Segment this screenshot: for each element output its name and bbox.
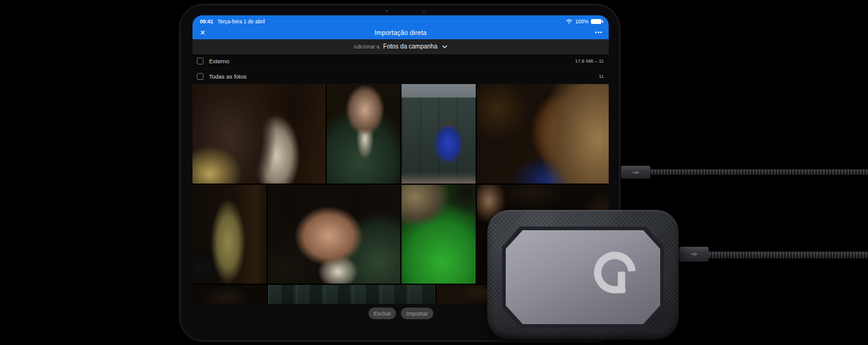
close-icon[interactable]: ✕ bbox=[200, 29, 205, 37]
photo-thumbnail[interactable] bbox=[192, 84, 326, 184]
album-selector[interactable]: Fotos da campanha bbox=[383, 43, 437, 50]
status-bar: 09:41 Terça-feira 1 de abril 100% bbox=[192, 15, 609, 26]
photo-thumbnail[interactable] bbox=[268, 185, 400, 284]
photo-thumbnail[interactable] bbox=[477, 84, 609, 184]
front-camera-icon bbox=[386, 10, 388, 12]
source-label: Todas as fotos bbox=[209, 73, 599, 80]
source-detail: 17,6 MB – 11 bbox=[575, 58, 604, 64]
status-date: Terça-feira 1 de abril bbox=[218, 18, 265, 25]
battery-icon bbox=[591, 19, 601, 24]
battery-percent: 100% bbox=[575, 18, 588, 25]
source-label: Externo bbox=[209, 58, 575, 64]
top-blue-block: 09:41 Terça-feira 1 de abril 100% bbox=[192, 15, 609, 39]
status-right: 100% bbox=[566, 18, 601, 25]
usb-icon bbox=[632, 170, 639, 175]
usb-icon bbox=[690, 252, 698, 257]
photo-thumbnail[interactable] bbox=[268, 285, 435, 304]
cable bbox=[649, 169, 868, 175]
delete-button[interactable]: Excluir bbox=[368, 308, 396, 319]
chevron-down-icon[interactable] bbox=[442, 45, 447, 48]
source-detail: 11 bbox=[599, 74, 604, 79]
photo-thumbnail[interactable] bbox=[192, 185, 267, 284]
app-header: ✕ Importação direta ••• bbox=[192, 26, 609, 39]
photo-thumbnail[interactable] bbox=[192, 285, 267, 304]
status-time: 09:41 bbox=[200, 18, 213, 25]
import-button[interactable]: Importar bbox=[401, 308, 433, 319]
page-title: Importação direta bbox=[192, 29, 609, 36]
externo-checkbox[interactable] bbox=[197, 58, 204, 64]
photo-thumbnail[interactable] bbox=[402, 84, 476, 184]
source-row-todas-as-fotos[interactable]: Todas as fotos 11 bbox=[192, 69, 609, 84]
scene: 09:41 Terça-feira 1 de abril 100% bbox=[0, 0, 868, 345]
usb-c-plug bbox=[621, 166, 650, 179]
status-left: 09:41 Terça-feira 1 de abril bbox=[200, 18, 265, 25]
source-row-externo[interactable]: Externo 17,6 MB – 11 bbox=[192, 54, 609, 69]
more-options-icon[interactable]: ••• bbox=[595, 29, 603, 36]
external-drive bbox=[487, 210, 679, 339]
add-to-label: Adicionar a bbox=[354, 44, 380, 50]
photo-thumbnail[interactable] bbox=[327, 84, 400, 184]
todas-as-fotos-checkbox[interactable] bbox=[197, 73, 204, 80]
ambient-sensor-icon bbox=[422, 10, 425, 13]
cable bbox=[706, 252, 868, 258]
add-to-bar[interactable]: Adicionar a Fotos da campanha bbox=[192, 39, 609, 54]
g-drive-logo-icon bbox=[590, 248, 639, 304]
usb-c-plug bbox=[679, 247, 709, 262]
photo-thumbnail[interactable] bbox=[402, 185, 476, 284]
wifi-icon bbox=[566, 19, 573, 24]
